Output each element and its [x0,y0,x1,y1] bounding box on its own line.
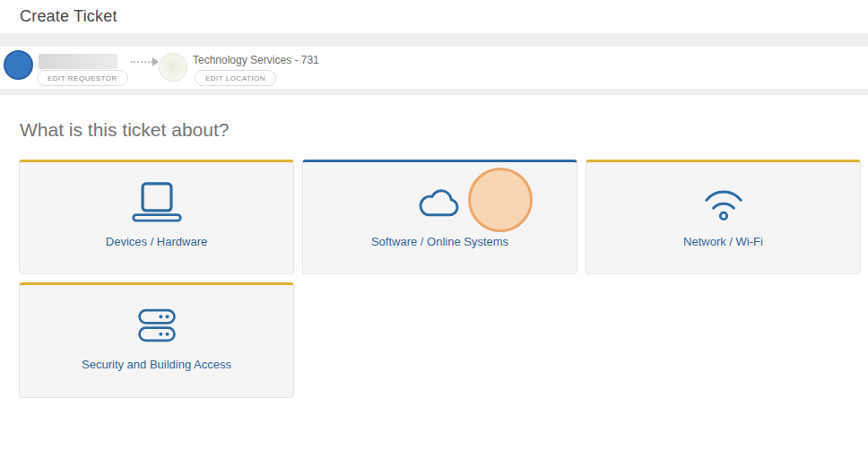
category-label: Devices / Hardware [106,235,207,248]
divider-strip [0,33,868,47]
category-card-network-wifi[interactable]: Network / Wi-Fi [586,160,861,274]
wifi-icon [697,177,751,228]
question-heading: What is this ticket about? [20,119,229,141]
ticket-category-section: What is this ticket about? Devices / Har… [0,95,868,476]
location-name: Technology Services - 731 [193,54,319,66]
category-card-devices-hardware[interactable]: Devices / Hardware [19,160,294,274]
page-title: Create Ticket [20,7,117,26]
arrow-dots [131,61,152,63]
divider-strip [0,89,868,95]
servers-icon [136,300,178,351]
cloud-icon [415,177,465,228]
dotted-right-arrow-icon [131,57,160,66]
requestor-location-bar: EDIT REQUESTOR Technology Services - 731… [0,47,868,89]
edit-location-button[interactable]: EDIT LOCATION [195,70,276,86]
category-label: Software / Online Systems [371,235,508,248]
category-card-software-online-systems[interactable]: Software / Online Systems [302,160,577,274]
page-header: Create Ticket [0,0,868,33]
category-card-security-building-access[interactable]: Security and Building Access [19,282,294,398]
arrow-head [152,57,159,66]
edit-requestor-button[interactable]: EDIT REQUESTOR [37,70,128,86]
category-label: Network / Wi-Fi [683,235,763,248]
click-indicator [468,168,533,232]
requestor-name-redacted [39,54,117,69]
category-label: Security and Building Access [82,358,231,371]
laptop-icon [130,177,184,228]
requestor-avatar [4,50,33,80]
location-avatar [159,53,187,82]
